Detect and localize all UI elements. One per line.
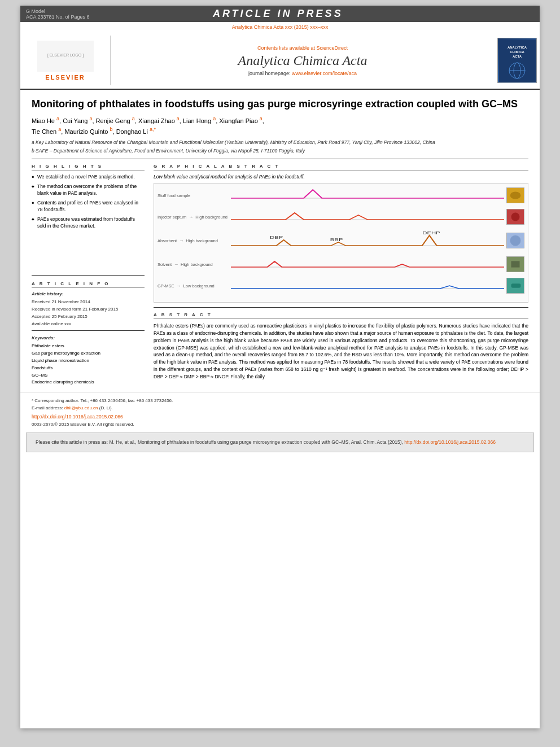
journal-header: [ ELSEVIER LOGO ] ELSEVIER Contents list… xyxy=(20,32,540,90)
arrow-icon-3: → xyxy=(179,238,183,243)
abstract-heading: A B S T R A C T xyxy=(154,312,528,319)
keyword-3: Liquid phase microextraction xyxy=(32,357,145,365)
keyword-5: GC–MS xyxy=(32,372,145,379)
chrom-label-1: Stuff food sample xyxy=(158,193,231,198)
left-column: H I G H L I G H T S We established a nov… xyxy=(32,164,145,386)
journal-center: Contents lists available at ScienceDirec… xyxy=(111,36,495,85)
graphical-abstract-caption: Low blank value analytical method for an… xyxy=(154,174,528,180)
svg-point-14 xyxy=(511,213,520,221)
journal-cover-image: ANALYTICA CHIMICA ACTA xyxy=(495,36,540,85)
chrom-line-3: DBP BBP DEHP xyxy=(231,230,504,251)
chrom-row-1: Stuff food sample xyxy=(158,187,524,204)
sciencedirect-link[interactable]: Contents lists available at ScienceDirec… xyxy=(257,45,348,51)
food-img-4 xyxy=(507,256,524,272)
footer-area: * Corresponding author. Tel.; +86 433 24… xyxy=(20,392,540,433)
revised-date: Received in revised form 21 February 201… xyxy=(32,306,145,312)
history-label: Article history: xyxy=(32,291,145,296)
journal-logo-area: [ ELSEVIER LOGO ] ELSEVIER xyxy=(20,36,111,85)
food-img-2 xyxy=(507,209,524,225)
chrom-label-4: Solvent → High background xyxy=(158,262,231,267)
keywords-section: Keywords: Phthalate esters Gas purge mic… xyxy=(32,335,145,386)
chrom-label-5: GP-MSE → Low background xyxy=(158,283,231,289)
chrom-svg-4 xyxy=(231,256,504,273)
food-img-1 xyxy=(507,187,524,203)
divider-1 xyxy=(32,159,528,159)
accepted-date: Accepted 25 February 2015 xyxy=(32,313,145,320)
highlight-item: PAEs exposure was estimated from foodstu… xyxy=(32,216,145,230)
chrom-row-3: Absorbent → High background DBP BBP DEHP xyxy=(158,230,524,251)
svg-text:DEHP: DEHP xyxy=(422,231,440,235)
graphical-abstract-box: Stuff food sample xyxy=(154,183,528,303)
svg-point-11 xyxy=(510,192,521,199)
keywords-label: Keywords: xyxy=(32,335,145,340)
chrom-line-2 xyxy=(231,208,504,225)
cover-image: ANALYTICA CHIMICA ACTA xyxy=(497,38,537,83)
keyword-1: Phthalate esters xyxy=(32,343,145,350)
svg-text:BBP: BBP xyxy=(330,238,343,242)
chrom-svg-1 xyxy=(231,187,504,204)
journal-ref-line: Analytica Chimica Acta xxx (2015) xxx–xx… xyxy=(20,22,540,32)
food-thumb-3 xyxy=(506,233,524,248)
divider-left-2 xyxy=(32,330,145,331)
model-ref: G Model ACA 233781 No. of Pages 6 xyxy=(26,8,90,20)
cover-svg: ANALYTICA CHIMICA ACTA xyxy=(499,40,536,82)
chrom-label-2: Injector septum → High background xyxy=(158,215,231,220)
article-info: A R T I C L E I N F O Article history: R… xyxy=(32,281,145,327)
svg-text:CHIMICA: CHIMICA xyxy=(510,50,524,54)
food-thumb-1 xyxy=(506,187,524,203)
citation-doi-link[interactable]: http://dx.doi.org/10.1016/j.aca.2015.02.… xyxy=(404,439,496,445)
highlight-item: The method can overcome the problems of … xyxy=(32,184,145,197)
doi-line: http://dx.doi.org/10.1016/j.aca.2015.02.… xyxy=(32,414,528,420)
article-in-press-label: ARTICLE IN PRESS xyxy=(213,8,343,20)
two-column-layout: H I G H L I G H T S We established a nov… xyxy=(32,164,528,386)
article-info-heading: A R T I C L E I N F O xyxy=(32,281,145,288)
affiliation-a: a Key Laboratory of Natural Resource of … xyxy=(32,139,528,146)
email-line: E-mail address: dhli@ybu.edu.cn (D. Li). xyxy=(32,405,528,410)
svg-text:[ ELSEVIER LOGO ]: [ ELSEVIER LOGO ] xyxy=(47,53,83,58)
svg-text:ANALYTICA: ANALYTICA xyxy=(507,46,527,49)
chrom-svg-5 xyxy=(231,277,504,294)
keyword-4: Foodstuffs xyxy=(32,365,145,372)
available-online: Available online xxx xyxy=(32,321,145,327)
svg-rect-26 xyxy=(511,284,521,289)
chrom-label-3: Absorbent → High background xyxy=(158,238,231,243)
highlight-item: Contents and profiles of PAEs were analy… xyxy=(32,200,145,213)
article-title: Monitoring of phthalates in foodstuffs u… xyxy=(32,98,528,111)
doi-link[interactable]: http://dx.doi.org/10.1016/j.aca.2015.02.… xyxy=(32,414,123,420)
received-date: Received 21 November 2014 xyxy=(32,299,145,305)
affiliation-b: b SAFE – Department of Science of Agricu… xyxy=(32,148,528,155)
corresponding-note: * Corresponding author. Tel.; +86 433 24… xyxy=(32,398,528,403)
divider-left-1 xyxy=(32,275,145,276)
chrom-row-2: Injector septum → High background xyxy=(158,208,524,225)
copyright-line: 0003-2670/© 2015 Elsevier B.V. All right… xyxy=(32,422,528,427)
chrom-svg-2 xyxy=(231,208,504,225)
food-img-5 xyxy=(507,278,524,294)
keyword-6: Endocrine disrupting chemicals xyxy=(32,379,145,386)
highlights-list: We established a novel PAE analysis meth… xyxy=(32,174,145,229)
chrom-line-4 xyxy=(231,256,504,273)
homepage-link[interactable]: www.elsevier.com/locate/aca xyxy=(292,71,357,76)
highlights-heading: H I G H L I G H T S xyxy=(32,164,145,171)
email-link[interactable]: dhli@ybu.edu.cn xyxy=(64,405,98,410)
arrow-icon-5: → xyxy=(177,283,181,289)
svg-text:ACTA: ACTA xyxy=(512,55,522,58)
svg-rect-23 xyxy=(511,261,520,268)
chrom-line-1 xyxy=(231,187,504,204)
top-banner: G Model ACA 233781 No. of Pages 6 ARTICL… xyxy=(20,6,540,22)
right-column: G R A P H I C A L A B S T R A C T Low bl… xyxy=(154,164,528,386)
food-thumb-5 xyxy=(506,278,524,294)
food-img-3 xyxy=(507,233,524,248)
svg-text:DBP: DBP xyxy=(270,235,283,240)
arrow-icon-4: → xyxy=(174,262,178,267)
chrom-line-5 xyxy=(231,277,504,294)
highlight-item: We established a novel PAE analysis meth… xyxy=(32,174,145,181)
keyword-2: Gas purge microsyringe extraction xyxy=(32,350,145,357)
journal-title: Analytica Chimica Acta xyxy=(238,53,368,68)
citation-box: Please cite this article in press as: M.… xyxy=(26,433,534,452)
arrow-icon-2: → xyxy=(189,215,193,220)
graphical-abstract-heading: G R A P H I C A L A B S T R A C T xyxy=(154,164,528,171)
divider-right-1 xyxy=(154,307,528,308)
article-content: Monitoring of phthalates in foodstuffs u… xyxy=(20,90,540,392)
chrom-svg-3: DBP BBP DEHP xyxy=(231,230,504,251)
svg-point-20 xyxy=(510,235,521,246)
